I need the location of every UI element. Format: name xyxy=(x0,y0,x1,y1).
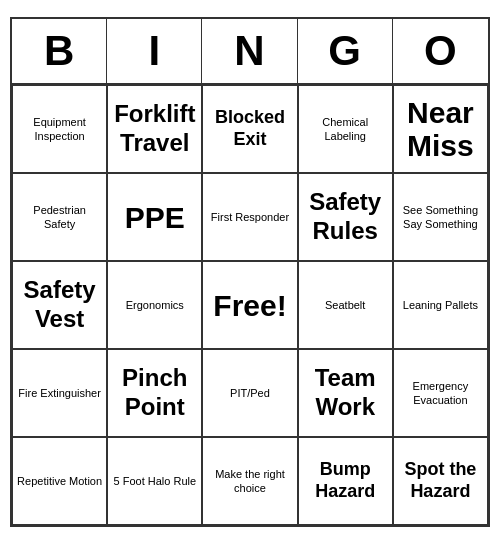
bingo-grid: Equipment InspectionForklift TravelBlock… xyxy=(12,85,488,525)
bingo-letter-B: B xyxy=(12,19,107,83)
bingo-cell-text-10: Safety Vest xyxy=(17,276,102,334)
bingo-cell-2: Blocked Exit xyxy=(202,85,297,173)
bingo-cell-19: Emergency Evacuation xyxy=(393,349,488,437)
bingo-cell-18: Team Work xyxy=(298,349,393,437)
bingo-letter-N: N xyxy=(202,19,297,83)
bingo-cell-text-19: Emergency Evacuation xyxy=(398,379,483,408)
bingo-letter-O: O xyxy=(393,19,488,83)
bingo-cell-5: Pedestrian Safety xyxy=(12,173,107,261)
bingo-cell-8: Safety Rules xyxy=(298,173,393,261)
bingo-cell-7: First Responder xyxy=(202,173,297,261)
bingo-cell-text-15: Fire Extinguisher xyxy=(18,386,101,400)
bingo-cell-text-5: Pedestrian Safety xyxy=(17,203,102,232)
bingo-cell-0: Equipment Inspection xyxy=(12,85,107,173)
bingo-cell-text-7: First Responder xyxy=(211,210,289,224)
bingo-cell-text-9: See Something Say Something xyxy=(398,203,483,232)
bingo-header: BINGO xyxy=(12,19,488,85)
bingo-cell-text-17: PIT/Ped xyxy=(230,386,270,400)
bingo-cell-15: Fire Extinguisher xyxy=(12,349,107,437)
bingo-cell-21: 5 Foot Halo Rule xyxy=(107,437,202,525)
bingo-cell-text-16: Pinch Point xyxy=(112,364,197,422)
bingo-cell-text-18: Team Work xyxy=(303,364,388,422)
bingo-cell-22: Make the right choice xyxy=(202,437,297,525)
bingo-letter-G: G xyxy=(298,19,393,83)
bingo-cell-text-6: PPE xyxy=(125,201,185,234)
bingo-cell-4: Near Miss xyxy=(393,85,488,173)
bingo-cell-11: Ergonomics xyxy=(107,261,202,349)
bingo-card: BINGO Equipment InspectionForklift Trave… xyxy=(10,17,490,527)
bingo-cell-text-13: Seatbelt xyxy=(325,298,365,312)
bingo-cell-text-11: Ergonomics xyxy=(126,298,184,312)
bingo-cell-text-1: Forklift Travel xyxy=(112,100,197,158)
bingo-cell-text-0: Equipment Inspection xyxy=(17,115,102,144)
bingo-cell-14: Leaning Pallets xyxy=(393,261,488,349)
bingo-cell-9: See Something Say Something xyxy=(393,173,488,261)
bingo-cell-3: Chemical Labeling xyxy=(298,85,393,173)
bingo-cell-text-3: Chemical Labeling xyxy=(303,115,388,144)
bingo-cell-1: Forklift Travel xyxy=(107,85,202,173)
bingo-cell-10: Safety Vest xyxy=(12,261,107,349)
bingo-cell-text-24: Spot the Hazard xyxy=(398,459,483,502)
bingo-cell-text-14: Leaning Pallets xyxy=(403,298,478,312)
bingo-cell-13: Seatbelt xyxy=(298,261,393,349)
bingo-cell-text-21: 5 Foot Halo Rule xyxy=(114,474,197,488)
bingo-letter-I: I xyxy=(107,19,202,83)
bingo-cell-text-2: Blocked Exit xyxy=(207,107,292,150)
bingo-cell-6: PPE xyxy=(107,173,202,261)
bingo-cell-text-4: Near Miss xyxy=(398,96,483,162)
bingo-cell-24: Spot the Hazard xyxy=(393,437,488,525)
bingo-cell-text-20: Repetitive Motion xyxy=(17,474,102,488)
bingo-cell-20: Repetitive Motion xyxy=(12,437,107,525)
bingo-cell-12: Free! xyxy=(202,261,297,349)
bingo-cell-16: Pinch Point xyxy=(107,349,202,437)
bingo-cell-23: Bump Hazard xyxy=(298,437,393,525)
bingo-cell-17: PIT/Ped xyxy=(202,349,297,437)
bingo-cell-text-12: Free! xyxy=(213,289,286,322)
bingo-cell-text-23: Bump Hazard xyxy=(303,459,388,502)
bingo-cell-text-22: Make the right choice xyxy=(207,467,292,496)
bingo-cell-text-8: Safety Rules xyxy=(303,188,388,246)
